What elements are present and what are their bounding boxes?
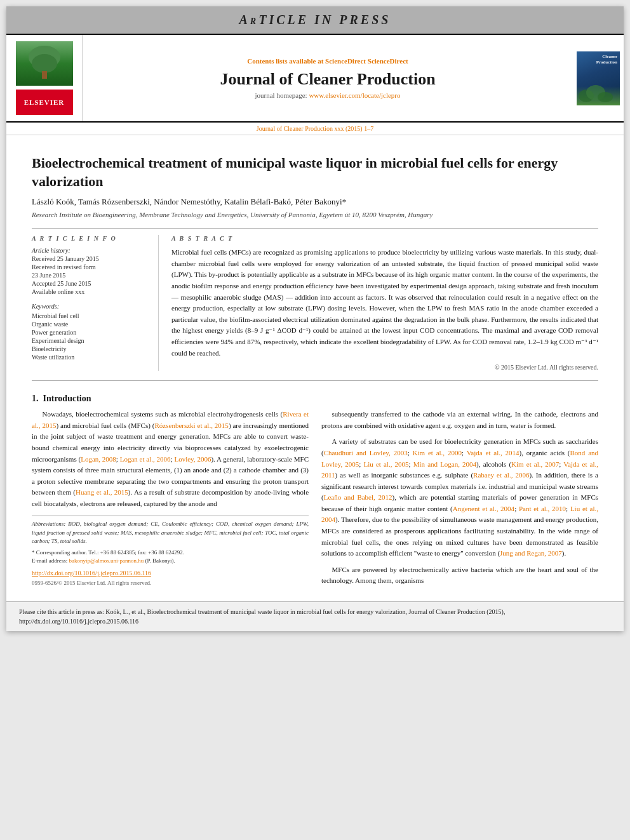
journal-title: Journal of Cleaner Production	[95, 70, 560, 89]
doi-link[interactable]: http://dx.doi.org/10.1016/j.jclepro.2015…	[32, 568, 309, 578]
received-date: Received 25 January 2015	[32, 255, 149, 262]
keyword-5: Bioelectricity	[32, 345, 149, 352]
email-link[interactable]: bakonyip@almos.uni-pannon.hu	[69, 557, 144, 564]
header-right: CleanerProduction	[573, 35, 624, 121]
ref-kim-2000[interactable]: Kim et al., 2000	[413, 449, 462, 457]
page: ArTICLE IN PRESS ELSEVIER Contents lists…	[6, 6, 624, 631]
science-direct-label: Contents lists available at ScienceDirec…	[247, 57, 366, 65]
intro-para-1: Nowadays, bioelectrochemical systems suc…	[32, 409, 309, 509]
issn-line: 0959-6526/© 2015 Elsevier Ltd. All right…	[32, 579, 309, 588]
homepage-label: journal homepage:	[255, 91, 307, 99]
keyword-2: Organic waste	[32, 321, 149, 328]
article-in-press-banner: ArTICLE IN PRESS	[6, 6, 624, 34]
cp-cover-text: CleanerProduction	[596, 54, 617, 65]
accepted-date: Accepted 25 June 2015	[32, 280, 149, 287]
history-label: Article history:	[32, 247, 149, 254]
abstract-col: A B S T R A C T Microbial fuel cells (MF…	[171, 235, 598, 371]
info-abstract-section: A R T I C L E I N F O Article history: R…	[32, 235, 598, 371]
footnote-corresponding: * Corresponding author. Tel.: +36 88 624…	[32, 549, 309, 557]
intro-para-right-1: subsequently transferred to the cathode …	[321, 409, 598, 431]
keywords-header: Keywords:	[32, 303, 149, 310]
abstract-header: A B S T R A C T	[171, 235, 598, 242]
footnote-email: E-mail address: bakonyip@almos.uni-panno…	[32, 557, 309, 566]
svg-point-1	[32, 54, 57, 73]
doi-line: Journal of Cleaner Production xxx (2015)…	[6, 123, 624, 135]
ref-pant[interactable]: Pant et al., 2010	[519, 505, 566, 512]
intro-para-right-3: MFCs are powered by electrochemically ac…	[321, 564, 598, 587]
header-center: Contents lists available at ScienceDirec…	[83, 35, 573, 121]
ref-vajda-2014[interactable]: Vajda et al., 2014	[467, 449, 519, 457]
svg-rect-2	[42, 71, 47, 79]
divider-1	[32, 228, 598, 229]
intro-left-col: Nowadays, bioelectrochemical systems suc…	[32, 409, 309, 592]
intro-right-col: subsequently transferred to the cathode …	[321, 409, 598, 592]
article-affiliation: Research Institute on Bioengineering, Me…	[32, 211, 598, 218]
ref-min-logan[interactable]: Min and Logan, 2004	[413, 460, 476, 468]
introduction-section: 1. Introduction Nowadays, bioelectrochem…	[32, 394, 598, 592]
keyword-1: Microbial fuel cell	[32, 312, 149, 319]
authors-text: László Koók, Tamás Rózsenberszki, Nándor…	[32, 197, 346, 206]
article-info-col: A R T I C L E I N F O Article history: R…	[32, 235, 159, 371]
svg-point-5	[598, 92, 613, 102]
ref-lovley[interactable]: Lovley, 2006	[174, 455, 211, 463]
ref-jung[interactable]: Jung and Regan, 2007	[500, 549, 562, 557]
citation-footer-text: Please cite this article in press as: Ko…	[19, 608, 505, 625]
ref-logan-2006[interactable]: Logan et al., 2006	[120, 455, 171, 463]
cp-cover-image: CleanerProduction	[577, 51, 620, 105]
copyright: © 2015 Elsevier Ltd. All rights reserved…	[171, 364, 598, 371]
ref-logan-2008[interactable]: Logan, 2008	[81, 455, 116, 463]
journal-header: ELSEVIER Contents lists available at Sci…	[6, 34, 624, 123]
intro-para-right-2: A variety of substrates can be used for …	[321, 436, 598, 559]
section-number: 1. Introduction	[32, 394, 598, 404]
ref-rabaey[interactable]: Rabaey et al., 2006	[473, 471, 529, 479]
revised-date: 23 June 2015	[32, 272, 149, 279]
article-body: Bioelectrochemical treatment of municipa…	[6, 135, 624, 601]
email-name: (P. Bakonyi).	[145, 557, 175, 564]
ref-leano[interactable]: Leaño and Babel, 2012	[324, 493, 392, 501]
article-authors: László Koók, Tamás Rózsenberszki, Nándor…	[32, 197, 598, 207]
divider-2	[32, 380, 598, 381]
keyword-6: Waste utilization	[32, 354, 149, 361]
citation-footer: Please cite this article in press as: Ko…	[6, 601, 624, 631]
science-direct-line: Contents lists available at ScienceDirec…	[95, 57, 560, 65]
article-info-header: A R T I C L E I N F O	[32, 235, 149, 242]
homepage-url[interactable]: www.elsevier.com/locate/jclepro	[309, 91, 400, 99]
intro-two-col: Nowadays, bioelectrochemical systems suc…	[32, 409, 598, 592]
ref-liu-2005[interactable]: Liu et al., 2005	[364, 460, 409, 468]
ref-rozsenberszki[interactable]: Rózsenberszki et al., 2015	[155, 422, 229, 429]
received-revised-label: Received in revised form	[32, 263, 149, 270]
ref-kim-2007[interactable]: Kim et al., 2007	[511, 460, 559, 468]
keyword-3: Power generation	[32, 329, 149, 336]
keyword-4: Experimental design	[32, 337, 149, 344]
header-left: ELSEVIER	[6, 35, 83, 121]
available-date: Available online xxx	[32, 288, 149, 295]
ref-huang[interactable]: Huang et al., 2015	[76, 488, 128, 496]
elsevier-logo: ELSEVIER	[16, 90, 73, 115]
email-label: E-mail address:	[32, 557, 67, 564]
article-in-press-text: ArTICLE IN PRESS	[239, 13, 391, 27]
ref-chaudhuri[interactable]: Chaudhuri and Lovley, 2003	[324, 449, 408, 457]
journal-homepage: journal homepage: www.elsevier.com/locat…	[95, 91, 560, 99]
ref-angenent[interactable]: Angenent et al., 2004	[453, 505, 514, 512]
science-direct-link-text[interactable]: ScienceDirect	[368, 57, 408, 65]
abstract-text: Microbial fuel cells (MFCs) are recogniz…	[171, 247, 598, 359]
elsevier-label: ELSEVIER	[24, 98, 65, 106]
article-title: Bioelectrochemical treatment of municipa…	[32, 154, 598, 190]
corresponding-text: * Corresponding author. Tel.: +36 88 624…	[32, 549, 184, 556]
footnote-abbreviations: Abbreviations: BOD, biological oxygen de…	[32, 520, 309, 546]
footnotes-area: Abbreviations: BOD, biological oxygen de…	[32, 516, 309, 587]
